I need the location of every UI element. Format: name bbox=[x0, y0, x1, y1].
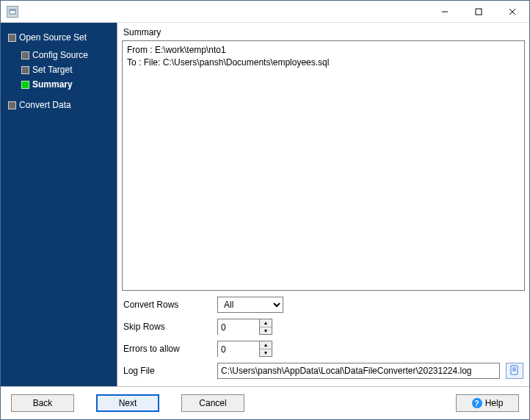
document-icon bbox=[509, 365, 520, 377]
svg-rect-6 bbox=[511, 366, 518, 374]
body: Open Source Set Config Source bbox=[1, 23, 529, 386]
main-pane: Summary From : E:\work\temp\nto1 To : Fi… bbox=[117, 23, 529, 386]
section-title: Summary bbox=[122, 26, 525, 40]
summary-textbox[interactable]: From : E:\work\temp\nto1 To : File: C:\U… bbox=[122, 40, 525, 291]
errors-allow-spinner: ▲ ▼ bbox=[217, 341, 272, 357]
errors-allow-down[interactable]: ▼ bbox=[260, 349, 272, 357]
tree-node-icon bbox=[21, 51, 29, 59]
log-file-browse-button[interactable] bbox=[506, 363, 523, 379]
help-button[interactable]: ? Help bbox=[456, 394, 519, 412]
help-icon: ? bbox=[472, 398, 482, 408]
row-convert-rows: Convert Rows All bbox=[123, 297, 523, 313]
tree-item-label: Set Target bbox=[32, 65, 72, 75]
options-panel: Convert Rows All Skip Rows ▲ ▼ bbox=[122, 291, 525, 386]
cancel-button[interactable]: Cancel bbox=[181, 394, 244, 412]
row-log-file: Log File bbox=[123, 363, 523, 379]
tree-item-summary[interactable]: Summary bbox=[18, 77, 117, 92]
tree-node-icon bbox=[8, 101, 16, 109]
tree-item-label: Summary bbox=[32, 79, 73, 90]
app-icon bbox=[7, 6, 18, 18]
window-controls bbox=[428, 1, 529, 22]
skip-rows-spinner: ▲ ▼ bbox=[217, 319, 272, 335]
next-button[interactable]: Next bbox=[96, 394, 159, 412]
errors-allow-up[interactable]: ▲ bbox=[260, 341, 272, 349]
tree-item-open-source-set[interactable]: Open Source Set bbox=[5, 30, 117, 45]
titlebar bbox=[1, 1, 529, 23]
wizard-footer: Back Next Cancel ? Help bbox=[1, 386, 529, 419]
tree-item-label: Open Source Set bbox=[19, 32, 87, 43]
skip-rows-up[interactable]: ▲ bbox=[260, 319, 272, 327]
back-button[interactable]: Back bbox=[11, 394, 74, 412]
tree-node-icon bbox=[8, 34, 16, 42]
tree-node-icon bbox=[21, 81, 29, 89]
label-errors-allow: Errors to allow bbox=[123, 344, 211, 354]
log-file-input[interactable] bbox=[217, 363, 500, 379]
tree-item-convert-data[interactable]: Convert Data bbox=[5, 98, 117, 112]
tree-item-set-target[interactable]: Set Target bbox=[18, 62, 117, 77]
label-log-file: Log File bbox=[123, 366, 211, 376]
tree-item-label: Config Source bbox=[32, 50, 88, 60]
maximize-button[interactable] bbox=[462, 1, 495, 22]
minimize-button[interactable] bbox=[428, 1, 462, 22]
app-window: Open Source Set Config Source bbox=[0, 0, 530, 420]
wizard-sidebar: Open Source Set Config Source bbox=[1, 23, 117, 386]
label-convert-rows: Convert Rows bbox=[123, 300, 211, 310]
errors-allow-input[interactable] bbox=[218, 341, 259, 358]
svg-rect-3 bbox=[476, 9, 482, 15]
skip-rows-down[interactable]: ▼ bbox=[260, 327, 272, 335]
tree-node-icon bbox=[21, 66, 29, 74]
row-errors-allow: Errors to allow ▲ ▼ bbox=[123, 341, 523, 357]
tree-item-config-source[interactable]: Config Source bbox=[18, 48, 117, 62]
skip-rows-input[interactable] bbox=[218, 319, 259, 336]
label-skip-rows: Skip Rows bbox=[123, 322, 211, 332]
convert-rows-select[interactable]: All bbox=[217, 297, 283, 313]
close-button[interactable] bbox=[495, 1, 529, 22]
tree-item-label: Convert Data bbox=[19, 100, 71, 110]
row-skip-rows: Skip Rows ▲ ▼ bbox=[123, 319, 523, 335]
svg-rect-1 bbox=[10, 10, 15, 11]
